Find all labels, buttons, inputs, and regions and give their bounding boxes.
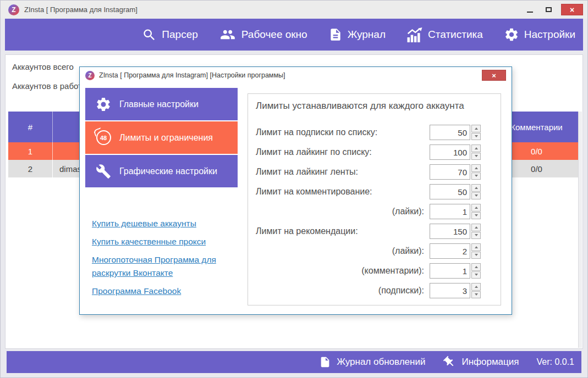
nav-settings[interactable]: Настройки	[504, 27, 575, 42]
limit-comment-input[interactable]	[430, 184, 470, 199]
minimize-button[interactable]	[524, 4, 536, 15]
spin-down-button[interactable]	[471, 291, 481, 299]
limit-recommend-input[interactable]	[430, 224, 470, 239]
sidebar-item-general-settings[interactable]: Главные настройки	[85, 88, 238, 120]
limit-recommend-spinner	[471, 224, 481, 239]
arrow-up-icon	[475, 226, 478, 229]
row-num: 2	[8, 160, 53, 177]
limit-recommend-follows-label: (подписки):	[256, 286, 430, 296]
app-logo-icon: Z	[8, 4, 19, 15]
arrow-down-icon	[475, 155, 478, 157]
nav-journal-label: Журнал	[348, 29, 386, 41]
wrench-icon	[94, 164, 113, 179]
footer-info[interactable]: Информация	[443, 355, 519, 369]
spin-up-button[interactable]	[471, 184, 481, 192]
limit-like-feed-label: Лимит на лайкинг ленты:	[256, 167, 430, 177]
document-icon	[328, 27, 343, 42]
link-vkontakte-program[interactable]: Многопоточная Программа для раскрутки Вк…	[92, 253, 236, 280]
sidebar-item-label: Лимиты и ограничения	[119, 133, 213, 143]
arrow-down-icon	[475, 254, 478, 256]
arrow-up-icon	[475, 167, 478, 169]
spin-up-button[interactable]	[471, 144, 481, 152]
nav-statistics[interactable]: Статистика	[406, 27, 483, 42]
arrow-up-icon	[475, 127, 478, 130]
nav-workspace-label: Рабочее окно	[241, 29, 307, 41]
spin-up-button[interactable]	[471, 204, 481, 212]
settings-dialog-title: ZInsta [ Программа для Instagram] [Настр…	[99, 71, 285, 79]
maximize-button[interactable]	[542, 4, 554, 15]
limit-like-feed-input[interactable]	[430, 164, 470, 180]
spin-down-button[interactable]	[471, 173, 481, 180]
limit-recommend-likes-label: (лайки):	[256, 246, 430, 256]
limit-like-list-input[interactable]	[430, 144, 470, 160]
promo-links: Купить дешевые аккаунты Купить качествен…	[85, 217, 238, 298]
link-facebook-program[interactable]: Проограмма Facebook	[92, 285, 236, 298]
accounts-working-label: Аккаунтов в работе	[12, 81, 86, 91]
table-scrollbar[interactable]	[578, 112, 582, 348]
arrow-down-icon	[475, 234, 478, 236]
spin-up-button[interactable]	[471, 263, 481, 271]
settings-sidebar: Главные настройки 48 Лимиты и ограничени…	[85, 88, 238, 303]
gear-icon	[94, 96, 113, 113]
settings-dialog: Z ZInsta [ Программа для Instagram] [Нас…	[79, 66, 512, 315]
arrow-up-icon	[475, 207, 478, 209]
spin-up-button[interactable]	[471, 283, 481, 291]
nav-journal[interactable]: Журнал	[328, 27, 386, 42]
limit-comment-likes-input[interactable]	[430, 204, 470, 219]
arrow-up-icon	[475, 286, 478, 288]
arrow-up-icon	[475, 187, 478, 189]
sidebar-item-limits[interactable]: 48 Лимиты и ограничения	[85, 121, 238, 154]
minimize-icon	[527, 12, 533, 13]
file-icon	[319, 355, 331, 369]
dialog-close-button[interactable]: ×	[482, 70, 506, 81]
nav-parser[interactable]: Парсер	[142, 27, 197, 42]
spin-down-button[interactable]	[471, 192, 481, 200]
window-title: ZInsta [ Программа для Instagram]	[24, 5, 138, 14]
spin-up-button[interactable]	[471, 224, 481, 231]
sidebar-item-graphic-settings[interactable]: Графические настройки	[85, 155, 238, 187]
spin-down-button[interactable]	[471, 133, 481, 141]
nav-settings-label: Настройки	[524, 29, 575, 41]
limit-follow-list-spinner	[471, 125, 481, 140]
maximize-icon	[546, 7, 552, 12]
spin-up-button[interactable]	[471, 243, 481, 251]
spin-up-button[interactable]	[471, 164, 481, 172]
accounts-total-label: Аккаунтов всего	[12, 62, 74, 71]
limit-recommend-label: Лимит на рекомендации:	[256, 226, 430, 236]
arrow-up-icon	[475, 266, 478, 268]
link-buy-quality-proxies[interactable]: Купить качественные прокси	[92, 235, 236, 248]
spin-down-button[interactable]	[471, 153, 481, 160]
search-icon	[142, 27, 157, 42]
spin-down-button[interactable]	[471, 252, 481, 259]
window-titlebar: Z ZInsta [ Программа для Instagram] ×	[1, 1, 587, 19]
spin-down-button[interactable]	[471, 212, 481, 220]
limit-recommend-follows-spinner	[471, 283, 481, 298]
spin-down-button[interactable]	[471, 232, 481, 240]
arrow-up-icon	[475, 147, 478, 149]
spin-down-button[interactable]	[471, 271, 481, 279]
limits-panel-heading: Лимиты устанавливаются для каждого аккау…	[256, 101, 493, 112]
footer-bar: Журнал обновлений Информация Ver: 0.0.1	[7, 351, 581, 373]
footer-updates[interactable]: Журнал обновлений	[319, 355, 425, 369]
nav-workspace[interactable]: Рабочее окно	[219, 27, 307, 42]
main-nav: Парсер Рабочее окно Журнал Статистика На…	[5, 19, 583, 51]
arrow-down-icon	[475, 175, 478, 177]
limit-comment-spinner	[471, 184, 481, 199]
app-logo-icon: Z	[85, 71, 95, 80]
limit-follow-list-label: Лимит на подписки по списку:	[256, 127, 430, 137]
limit-recommend-likes-input[interactable]	[430, 243, 470, 259]
arrow-up-icon	[475, 246, 478, 248]
close-button[interactable]: ×	[561, 4, 583, 15]
limit-recommend-follows-input[interactable]	[430, 283, 470, 298]
row-num: 1	[8, 142, 53, 160]
limit-48-icon: 48	[94, 130, 113, 145]
limit-recommend-comments-input[interactable]	[430, 263, 470, 279]
link-buy-cheap-accounts[interactable]: Купить дешевые аккаунты	[92, 217, 236, 230]
arrow-down-icon	[475, 135, 478, 137]
limit-follow-list-input[interactable]	[430, 125, 470, 140]
footer-updates-label: Журнал обновлений	[337, 357, 425, 368]
spin-up-button[interactable]	[471, 125, 481, 132]
sidebar-item-label: Графические настройки	[119, 166, 217, 176]
pin-icon	[443, 355, 456, 369]
nav-parser-label: Парсер	[162, 29, 197, 41]
